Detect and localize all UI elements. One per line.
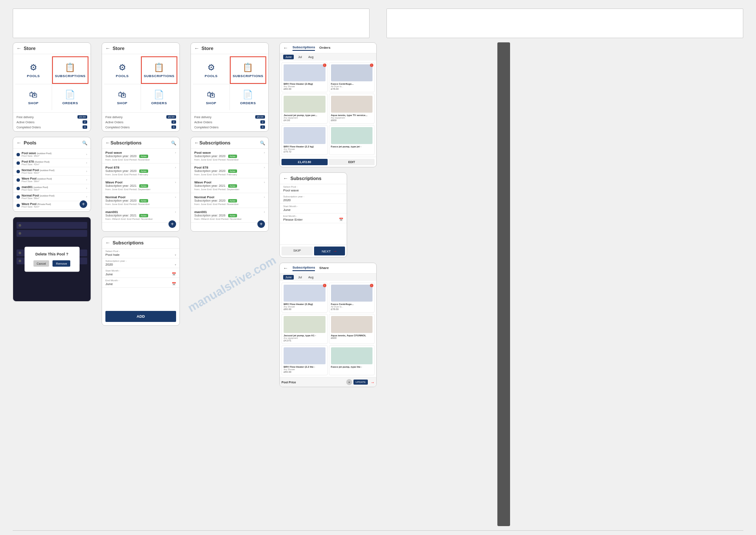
select-pool-dropdown[interactable]: Pool hale ▾ xyxy=(105,253,176,257)
sub-year-value: 2020 xyxy=(105,263,113,266)
add-button[interactable]: ADD xyxy=(105,311,176,322)
detail-pool-value: Pool wave xyxy=(283,188,343,192)
subscriptions-cell[interactable]: 📋 SUBSCRIPTIONS xyxy=(52,56,88,84)
list-item[interactable]: › Pool wave Subscription year: 2020 Acti… xyxy=(191,149,268,164)
subscriptions-icon-3: 📋 xyxy=(243,62,253,72)
sub-year: Subscription year: 2021 Active xyxy=(194,184,265,188)
list-item[interactable]: › Pool 878 Subscription year: 2020 Activ… xyxy=(102,164,179,178)
pools-back[interactable]: ← xyxy=(17,140,22,146)
tab-subscriptions[interactable]: Subscriptions xyxy=(292,45,315,51)
calendar-icon-detail[interactable]: 📅 xyxy=(339,218,343,222)
product-card[interactable]: BRV Flow Heater (2.2 kg) Any Shower £70.… xyxy=(281,125,328,155)
calendar-icon-2[interactable]: 📅 xyxy=(172,282,176,286)
skip-button[interactable]: SKIP xyxy=(281,247,313,255)
list-item[interactable]: › Wave Pool Subscription year: 2021 Acti… xyxy=(191,178,268,193)
add-sub-back[interactable]: ← xyxy=(105,240,110,246)
header-row xyxy=(0,0,756,42)
share-month-jul[interactable]: Jul xyxy=(296,275,304,280)
list-item[interactable]: › Normal Pool Subscription year: 2020 Ac… xyxy=(102,193,179,208)
share-month-aug[interactable]: Aug xyxy=(306,275,315,280)
list-item[interactable]: Wave Pool (Private Pool) Pool Size: 42m² xyxy=(13,201,91,210)
sub-status: Active xyxy=(228,184,237,188)
update-button[interactable]: UPDATE xyxy=(353,380,368,385)
active-orders-label: Active Orders xyxy=(17,121,34,124)
tab-sub-share[interactable]: Subscriptions xyxy=(292,266,315,271)
sub-year-field[interactable]: Subscription year - 2020 ▾ xyxy=(102,258,179,268)
tab-orders[interactable]: Orders xyxy=(319,46,330,50)
dropdown-arrow-icon: ▾ xyxy=(175,253,176,256)
month-aug[interactable]: Aug xyxy=(306,55,315,59)
product-card[interactable]: Jacuzzi jet pump, type A1 - Any equipmen… xyxy=(281,314,328,344)
product-card[interactable]: Aqua tennis, Aqua CFUNNOL £600 xyxy=(329,314,375,344)
orders-cell-3[interactable]: 📄 ORDERS xyxy=(230,84,266,110)
shop-cell-2[interactable]: 🛍 SHOP xyxy=(104,84,141,110)
add-subscription-button[interactable]: + xyxy=(168,220,176,228)
product-card[interactable]: Jacuzzi jet pump, type per... Any equipm… xyxy=(281,94,328,124)
pools-cell-2[interactable]: ⚙ POOLS xyxy=(104,56,141,84)
sub-search-icon-2[interactable]: 🔍 xyxy=(260,141,265,145)
sub-back[interactable]: ← xyxy=(105,140,110,146)
remove-button[interactable]: Remove xyxy=(52,261,70,267)
sub-dates: from: #March End: End Period: November xyxy=(194,218,265,220)
back-arrow-2[interactable]: ← xyxy=(105,45,110,51)
edit-button[interactable]: EDIT xyxy=(329,159,375,165)
active-orders-row-3: Active Orders 2 xyxy=(194,119,265,125)
page-wrapper: → ← Store ⚙ POOLS 📋 SUBSCRIPTIONS 🛍 xyxy=(0,0,756,535)
pools-cell[interactable]: ⚙ POOLS xyxy=(15,56,52,84)
chevron-icon: › xyxy=(264,151,265,155)
calendar-icon[interactable]: 📅 xyxy=(172,272,176,276)
shop-cell[interactable]: 🛍 SHOP xyxy=(15,84,52,110)
cancel-button[interactable]: Cancel xyxy=(33,261,50,267)
month-june[interactable]: June xyxy=(283,55,294,59)
share-back[interactable]: ← xyxy=(283,265,288,271)
tab-back[interactable]: ← xyxy=(283,45,288,51)
back-arrow[interactable]: ← xyxy=(17,45,22,51)
list-item[interactable]: man001 (outdoor Pool) Pool Size: 50m² › xyxy=(13,184,91,193)
list-item[interactable]: Normal Pool (outdoor Pool) Pool Size: 58… xyxy=(13,193,91,201)
detail-back[interactable]: ← xyxy=(283,175,288,181)
red-arrow-next: → xyxy=(333,249,337,253)
tab-share[interactable]: Share xyxy=(319,266,328,271)
shop-label-2: SHOP xyxy=(117,101,128,105)
back-arrow-3[interactable]: ← xyxy=(194,45,199,51)
list-item[interactable]: › Pool 878 Subscription year: 2020 Activ… xyxy=(191,164,268,178)
start-month-field[interactable]: Start Month - June 📅 xyxy=(102,268,179,278)
list-item[interactable]: › Normal Pool Subscription year: 2020 Ac… xyxy=(191,193,268,208)
pools-label-2: POOLS xyxy=(116,74,129,78)
next-button[interactable]: NEXT → xyxy=(314,247,345,255)
orders-cell-2[interactable]: 📄 ORDERS xyxy=(141,84,177,110)
sub-search-icon[interactable]: 🔍 xyxy=(171,141,176,145)
product-card[interactable]: Faxco jet pump, type jet - xyxy=(329,125,375,155)
pools-search-icon[interactable]: 🔍 xyxy=(82,141,87,145)
list-item[interactable]: Pool wave (outdoor Pool) Pool Size: 35m²… xyxy=(13,150,91,159)
month-jul[interactable]: Jul xyxy=(296,55,304,59)
product-card[interactable]: ! BRV Flow Heater (2.2kg) Any Shower £80… xyxy=(281,283,328,313)
watermark: manualshive.com xyxy=(185,253,279,315)
sub-back-2[interactable]: ← xyxy=(194,140,199,146)
close-cart-button[interactable]: × xyxy=(346,379,352,385)
product-card[interactable]: ! BRV Flow Heater (2.0kg) Any Shower £80… xyxy=(281,62,328,92)
list-item[interactable]: Pool 878 (Outdoor Pool) Pool Size: 42m² … xyxy=(13,159,91,167)
add-pool-button[interactable]: + xyxy=(80,200,87,208)
product-card[interactable]: Faxco jet pump, type lite - xyxy=(329,345,375,375)
list-item[interactable]: › man001 Subscription year: 2026 Active … xyxy=(191,208,268,223)
orders-cell[interactable]: 📄 ORDERS xyxy=(52,84,88,110)
list-item[interactable]: › Pool wave Subscription year: 2020 Acti… xyxy=(102,149,179,164)
shop-cell-3[interactable]: 🛍 SHOP xyxy=(193,84,229,110)
subscriptions-cell-2[interactable]: 📋 SUBSCRIPTIONS xyxy=(141,56,177,84)
pools-cell-3[interactable]: ⚙ POOLS xyxy=(193,56,229,84)
list-item[interactable]: Normal Pool (outdoor Pool) Pool Size: 50… xyxy=(13,167,91,176)
list-item[interactable]: › Wave Pool Subscription year: 2021 Acti… xyxy=(102,178,179,193)
list-item[interactable]: › man001 Subscription year: 2021 Active … xyxy=(102,208,179,223)
list-item[interactable]: Wave Pool (outdoor Pool) Pool Size: 58m²… xyxy=(13,176,91,184)
add-subscription-button-2[interactable]: + xyxy=(257,220,265,228)
product-card[interactable]: BRV Flow Heater (2.2 lite - Any Shower £… xyxy=(281,345,328,375)
subscriptions-cell-3[interactable]: 📋 SUBSCRIPTIONS xyxy=(230,56,266,84)
product-card[interactable]: Aqua tennis, type TV service... Any equi… xyxy=(329,94,375,124)
select-pool-field[interactable]: Select Pool - Pool hale ▾ xyxy=(102,249,179,258)
share-month-june[interactable]: June xyxy=(283,275,294,280)
product-card[interactable]: ! Faxco Centrifuge... Air Dryer to... £7… xyxy=(329,62,375,92)
product-card[interactable]: ! Faxco Centrifuge... Air Dryer to... £7… xyxy=(329,283,375,313)
end-month-field[interactable]: End Month - June 📅 xyxy=(102,278,179,288)
sub-year-dropdown[interactable]: 2020 ▾ xyxy=(105,263,176,266)
